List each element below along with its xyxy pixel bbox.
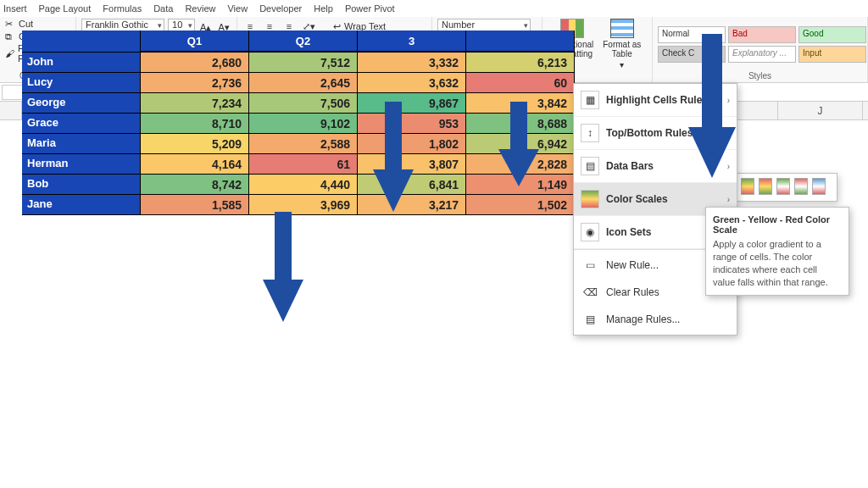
data-cell[interactable]: 7,512 xyxy=(249,53,358,72)
style-input[interactable]: Input xyxy=(798,46,866,63)
anno-arrow-2 xyxy=(498,102,539,186)
colorscales-icon xyxy=(581,190,599,208)
tab-formulas[interactable]: Formulas xyxy=(103,3,142,17)
svg-marker-2 xyxy=(263,212,303,322)
hdr-q2[interactable]: Q2 xyxy=(249,30,358,52)
scale-ryg[interactable] xyxy=(759,178,772,195)
tab-data[interactable]: Data xyxy=(153,3,173,17)
fmt-table-label: Format as Table xyxy=(598,40,648,58)
cut-label: Cut xyxy=(19,19,33,29)
tab-view[interactable]: View xyxy=(227,3,248,17)
anno-arrow-3 xyxy=(263,212,303,322)
topbottom-icon: ↕ xyxy=(581,124,599,142)
tab-developer[interactable]: Developer xyxy=(259,3,302,17)
data-cell[interactable]: 7,506 xyxy=(249,93,358,113)
data-cell[interactable]: 8,710 xyxy=(141,114,249,133)
format-as-table-button[interactable]: Format as Table ▾ xyxy=(598,19,648,69)
table-icon xyxy=(610,19,634,38)
scissors-icon: ✂ xyxy=(5,19,15,29)
style-good[interactable]: Good xyxy=(798,26,866,43)
table-row: Herman4,164613,8072,828 xyxy=(22,154,575,175)
color-scales-gallery xyxy=(736,173,837,202)
row-name[interactable]: Jane xyxy=(22,195,141,214)
table-row: Grace8,7109,1029538,688 xyxy=(22,114,575,134)
ribbon-tabs: Insert Page Layout Formulas Data Review … xyxy=(0,0,868,17)
scale-gyr[interactable] xyxy=(741,178,754,195)
tab-review[interactable]: Review xyxy=(185,3,215,17)
row-name[interactable]: Lucy xyxy=(22,73,141,92)
iconsets-icon: ◉ xyxy=(581,223,599,241)
manage-icon: ▤ xyxy=(581,310,599,329)
row-name[interactable]: John xyxy=(22,53,141,72)
highlight-icon: ▦ xyxy=(581,91,599,109)
row-name[interactable]: Grace xyxy=(22,114,141,133)
data-cell[interactable]: 2,680 xyxy=(141,53,249,72)
tab-insert[interactable]: Insert xyxy=(3,3,27,17)
tab-power-pivot[interactable]: Power Pivot xyxy=(345,3,395,17)
databars-icon: ▤ xyxy=(581,157,599,175)
new-rule-icon: ▭ xyxy=(581,256,599,274)
brush-icon: 🖌 xyxy=(5,48,14,58)
data-cell[interactable]: 1,502 xyxy=(466,195,575,214)
data-cell[interactable]: 4,164 xyxy=(141,154,249,174)
hdr-q4[interactable] xyxy=(466,30,575,52)
row-name[interactable]: Maria xyxy=(22,134,141,153)
svg-marker-1 xyxy=(498,102,539,186)
cut-button[interactable]: ✂Cut xyxy=(5,19,70,29)
hdr-q1[interactable]: Q1 xyxy=(141,30,249,52)
style-bad[interactable]: Bad xyxy=(728,26,796,43)
style-explanatory[interactable]: Explanatory ... xyxy=(728,46,796,63)
table-row: George7,2347,5069,8673,842 xyxy=(22,93,575,114)
table-corner xyxy=(22,30,141,52)
copy-icon: ⧉ xyxy=(5,31,15,42)
table-row: Maria5,2092,5881,8026,942 xyxy=(22,134,575,154)
data-cell[interactable]: 7,234 xyxy=(141,93,249,113)
scale-bwr[interactable] xyxy=(812,178,826,195)
data-cell[interactable]: 8,742 xyxy=(141,175,249,194)
anno-arrow-1 xyxy=(373,102,414,212)
table-row: John2,6807,5123,3326,213 xyxy=(22,53,575,73)
data-cell[interactable]: 3,332 xyxy=(358,53,466,72)
svg-marker-3 xyxy=(688,34,736,178)
row-name[interactable]: Bob xyxy=(22,175,141,194)
data-cell[interactable]: 3,632 xyxy=(358,73,466,92)
tooltip-body: Apply a color gradient to a range of cel… xyxy=(713,238,842,288)
table-row: Lucy2,7362,6453,63260 xyxy=(22,73,575,93)
data-cell[interactable]: 4,440 xyxy=(249,175,358,194)
data-cell[interactable]: 6,213 xyxy=(466,53,575,72)
anno-arrow-4 xyxy=(688,34,736,178)
scale-gwr[interactable] xyxy=(776,178,790,195)
row-name[interactable]: George xyxy=(22,93,141,113)
data-cell[interactable]: 60 xyxy=(466,73,575,92)
data-table: Q1 Q2 3 John2,6807,5123,3326,213Lucy2,73… xyxy=(22,30,575,215)
svg-marker-0 xyxy=(373,102,414,212)
row-name[interactable]: Herman xyxy=(22,154,141,174)
data-cell[interactable]: 2,645 xyxy=(249,73,358,92)
table-header-row: Q1 Q2 3 xyxy=(22,30,575,53)
cf-manage-rules[interactable]: ▤Manage Rules... xyxy=(574,306,737,333)
data-cell[interactable]: 2,588 xyxy=(249,134,358,153)
tooltip-title: Green - Yellow - Red Color Scale xyxy=(713,214,842,235)
data-cell[interactable]: 61 xyxy=(249,154,358,174)
group-styles: Normal Bad Good Check C Explanatory ... … xyxy=(653,17,868,82)
clear-icon: ⌫ xyxy=(581,283,599,302)
col-j[interactable]: J xyxy=(778,102,863,119)
tab-page-layout[interactable]: Page Layout xyxy=(39,3,92,17)
tab-help[interactable]: Help xyxy=(314,3,333,17)
hdr-q3[interactable]: 3 xyxy=(358,30,466,52)
data-cell[interactable]: 5,209 xyxy=(141,134,249,153)
tooltip: Green - Yellow - Red Color Scale Apply a… xyxy=(705,207,849,296)
data-cell[interactable]: 9,102 xyxy=(249,114,358,133)
data-cell[interactable]: 1,585 xyxy=(141,195,249,214)
table-row: Bob8,7424,4406,8411,149 xyxy=(22,175,575,195)
data-cell[interactable]: 2,736 xyxy=(141,73,249,92)
scale-rwg[interactable] xyxy=(794,178,808,195)
